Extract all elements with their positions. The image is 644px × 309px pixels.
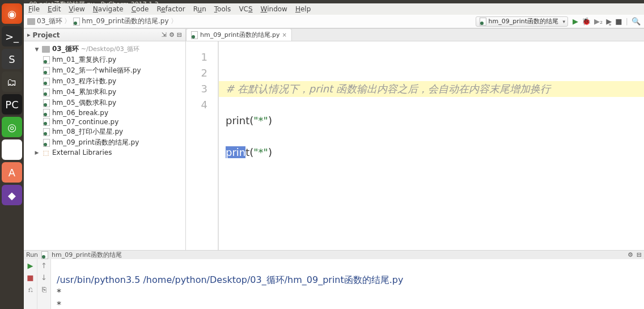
run-output-line: * [57,287,61,298]
run-header: Run hm_09_print函数的结尾 ⚙ ⊟ [24,251,644,259]
tree-file-label: hm_05_偶数求和.py [52,98,116,108]
code-selection: prin [226,146,245,158]
terminal-icon[interactable]: >_ [2,26,22,46]
software-store-icon[interactable]: A [2,162,22,183]
hide-icon[interactable]: ⊟ [637,251,642,259]
tree-file-label: hm_01_重复执行.py [52,55,116,65]
editor-tab-active[interactable]: hm_09_print函数的结尾.py × [186,28,292,41]
tree-file[interactable]: hm_07_continue.py [26,117,183,126]
run-config-label: hm_09_print函数的结尾 [489,17,559,26]
code-string: "*" [253,115,268,126]
tree-file[interactable]: hm_09_print函数的结尾.py [26,137,183,148]
menu-bar: File Edit View Navigate Code Refactor Ru… [24,3,644,15]
run-header-config: hm_09_print函数的结尾 [52,251,122,259]
run-gutter-right: ↑ ↓ ⎘ [37,259,51,309]
tree-file-label: hm_08_打印小星星.py [52,127,123,137]
code-editor[interactable]: 1 2 3 4 # 在默认情况下，print 函数输出内容之后，会自动在内容末尾… [186,41,644,250]
close-icon[interactable]: × [282,32,287,38]
hide-icon[interactable]: ⊟ [177,31,182,39]
run-config-selector[interactable]: hm_09_print函数的结尾 [476,16,569,27]
rerun-icon[interactable]: ▶ [28,261,33,270]
menu-refactor[interactable]: Refactor [156,5,185,13]
library-icon: ⬚ [42,149,50,156]
toggle-icon[interactable]: ⎌ [28,285,33,294]
sublime-icon[interactable]: S [2,49,22,69]
code-identifier: t [245,146,249,158]
project-header: ▸ Project ⇲ ⚙ ⊟ [24,29,185,41]
breadcrumb-folder[interactable]: 03_循环 〉 [27,16,71,26]
tree-root[interactable]: ▼ 03_循环 ~/Desktop/03_循环 [26,44,183,54]
menu-edit[interactable]: Edit [48,5,61,13]
code-comment: # 在默认情况下，print 函数输出内容之后，会自动在内容末尾增加换行 [226,83,550,95]
tree-file[interactable]: hm_08_打印小星星.py [26,126,183,137]
python-file-icon [43,88,50,96]
folder-icon [42,46,50,53]
tree-file-label: hm_04_累加求和.py [52,87,116,97]
menu-help[interactable]: Help [295,5,311,13]
run-dashboard-icon[interactable]: ▶₂ [594,17,603,26]
editor-area: hm_09_print函数的结尾.py × 1 2 3 4 # 在默认情况下，p… [186,29,644,250]
search-icon[interactable]: 🔍 [632,17,641,26]
run-output-line: * [57,299,61,309]
external-libraries[interactable]: ▶ ⬚ External Libraries [26,148,183,157]
code-identifier: print [226,115,249,126]
tree-file[interactable]: hm_06_break.py [26,108,183,117]
project-tree[interactable]: ▼ 03_循环 ~/Desktop/03_循环 hm_01_重复执行.py hm… [24,41,185,250]
tree-file[interactable]: hm_01_重复执行.py [26,54,183,65]
menu-code[interactable]: Code [132,5,149,13]
run-output-command: /usr/bin/python3.5 /home/python/Desktop/… [57,274,403,285]
breadcrumb-file[interactable]: hm_09_print函数的结尾.py 〉 [73,16,177,26]
line-number: 3 [186,81,207,97]
menu-window[interactable]: Window [261,5,287,13]
line-number: 2 [186,65,207,81]
tree-file[interactable]: hm_04_累加求和.py [26,87,183,98]
sep: | [626,17,628,26]
folder-icon [27,18,35,25]
expand-icon[interactable]: ▼ [34,46,40,52]
up-icon[interactable]: ↑ [41,261,47,270]
line-number: 1 [186,49,207,65]
ubuntu-icon[interactable]: ◉ [2,3,22,24]
run-icon[interactable]: ▶ [573,17,578,26]
python-file-icon [43,139,50,147]
wrap-icon[interactable]: ⎘ [42,285,46,294]
pycharm-window: _09 print函数的结尾.py - PyCharm 2017.1.3 Fil… [24,0,644,309]
stop-icon[interactable]: ■ [27,273,33,282]
project-header-label: Project [33,31,60,39]
settings-icon[interactable]: ⚙ [169,31,175,39]
menu-file[interactable]: File [28,5,40,13]
tree-file[interactable]: hm_05_偶数求和.py [26,98,183,108]
menu-vcs[interactable]: VCS [239,5,252,13]
coverage-icon[interactable]: ▶̻ [606,17,612,26]
menu-navigate[interactable]: Navigate [93,5,124,13]
menu-view[interactable]: View [69,5,84,13]
project-label-icon[interactable]: ▸ [27,31,31,39]
menu-run[interactable]: Run [193,5,206,13]
app-icon[interactable]: ◆ [2,185,22,205]
menu-tools[interactable]: Tools [214,5,231,13]
files-icon[interactable]: 🗂 [2,71,22,92]
run-header-label: Run [26,251,38,259]
python-file-icon [43,99,50,107]
settings-icon[interactable]: ⚙ [628,251,633,259]
debug-icon[interactable]: 🐞 [582,17,591,26]
collapse-icon[interactable]: ⇲ [162,31,167,39]
down-icon[interactable]: ↓ [41,273,47,282]
anaconda-icon[interactable]: ◎ [2,117,22,137]
run-tool-window: Run hm_09_print函数的结尾 ⚙ ⊟ ▶ ■ ⎌ ↑ ↓ ⎘ /us… [24,250,644,309]
python-file-icon [43,109,50,117]
stop-icon[interactable]: ■ [615,17,622,26]
toolbar: 03_循环 〉 hm_09_print函数的结尾.py 〉 hm_09_prin… [24,15,644,28]
tree-file[interactable]: hm_02_第一个while循环.py [26,65,183,76]
expand-icon[interactable]: ▶ [34,150,40,155]
tree-file[interactable]: hm_03_程序计数.py [26,76,183,87]
editor-tab-label: hm_09_print函数的结尾.py [200,31,280,39]
python-file-icon [43,118,50,126]
toolbar-icons: ▶ 🐞 ▶₂ ▶̻ ■ | 🔍 [573,17,641,26]
code-content[interactable]: # 在默认情况下，print 函数输出内容之后，会自动在内容末尾增加换行 pri… [219,41,644,250]
pycharm-icon[interactable]: PC [2,94,22,115]
tree-file-label: hm_09_print函数的结尾.py [52,138,139,147]
run-output[interactable]: /usr/bin/python3.5 /home/python/Desktop/… [51,259,644,309]
chrome-icon[interactable]: ◯ [2,139,22,160]
ubuntu-launcher: ◉ >_ S 🗂 PC ◎ ◯ A ◆ [0,0,24,309]
